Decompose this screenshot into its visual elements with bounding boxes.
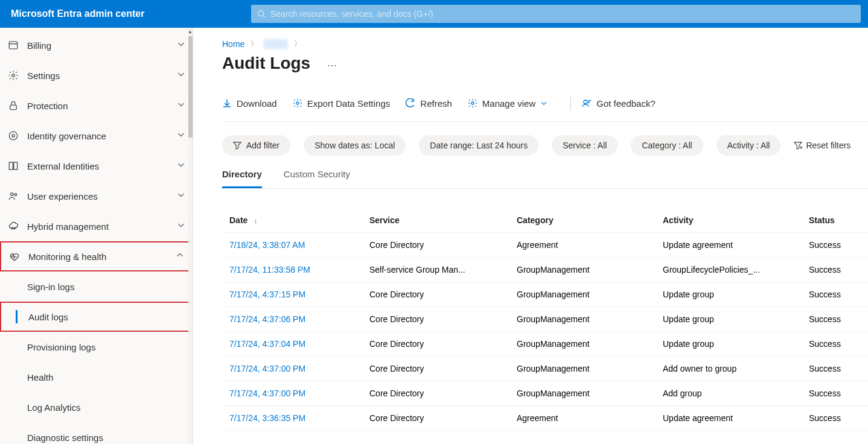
row-date-link[interactable]: 7/18/24, 3:38:07 AM (229, 240, 305, 250)
reset-filter-icon (794, 141, 802, 150)
tab-directory[interactable]: Directory (222, 169, 262, 188)
svg-point-0 (258, 11, 264, 16)
chevron-down-icon (177, 100, 185, 111)
nav-identity-governance[interactable]: Identity governance (0, 121, 193, 151)
table-row[interactable]: 7/18/24, 3:38:07 AMCore DirectoryAgreeme… (222, 233, 868, 258)
nav-label: Protection (27, 101, 177, 111)
add-filter-button[interactable]: Add filter (222, 135, 290, 156)
more-actions-button[interactable]: ⋯ (327, 60, 338, 71)
download-button[interactable]: Download (222, 98, 277, 109)
row-activity: Update agreement (663, 413, 809, 423)
row-date-link[interactable]: 7/17/24, 4:37:15 PM (229, 290, 305, 299)
nav-health[interactable]: Health (0, 362, 193, 392)
table-header-row: Date ↓ Service Category Activity Status (222, 208, 868, 233)
row-date-link[interactable]: 7/17/24, 4:37:00 PM (229, 388, 305, 398)
nav-monitoring-health[interactable]: Monitoring & health (0, 241, 193, 271)
nav-diagnostic-settings[interactable]: Diagnostic settings (0, 422, 193, 444)
breadcrumb: Home 〉 〉 (222, 39, 868, 49)
search-input[interactable] (270, 9, 855, 19)
filter-activity[interactable]: Activity : All (716, 135, 781, 156)
toolbar-separator (570, 96, 571, 110)
row-service: Core Directory (369, 364, 517, 373)
col-header-activity[interactable]: Activity (663, 215, 809, 225)
filter-service[interactable]: Service : All (552, 135, 617, 156)
chevron-up-icon (176, 251, 184, 262)
nav-label: Monitoring & health (28, 252, 176, 262)
nav-label: Identity governance (27, 131, 177, 141)
chevron-right-icon: 〉 (251, 39, 258, 49)
table-row[interactable]: 7/17/24, 4:37:00 PMCore DirectoryGroupMa… (222, 381, 868, 406)
tab-custom-security[interactable]: Custom Security (284, 169, 350, 188)
table-row[interactable]: 7/17/24, 4:37:15 PMCore DirectoryGroupMa… (222, 282, 868, 307)
row-date-link[interactable]: 7/17/24, 3:36:35 PM (229, 413, 305, 423)
gear-icon (468, 98, 477, 108)
feedback-icon (582, 98, 592, 108)
nav-user-experiences[interactable]: User experiences (0, 181, 193, 211)
svg-point-5 (9, 132, 18, 140)
row-status: Success (809, 388, 868, 398)
nav-log-analytics[interactable]: Log Analytics (0, 392, 193, 422)
row-date-link[interactable]: 7/17/24, 4:37:00 PM (229, 364, 305, 373)
sort-down-icon: ↓ (254, 217, 257, 225)
reset-filters-button[interactable]: Reset filters (794, 141, 850, 150)
table-row[interactable]: 7/17/24, 3:36:35 PMCore DirectoryAgreeme… (222, 406, 868, 431)
sidebar-scrollbar[interactable]: ▲ (188, 28, 193, 444)
col-header-status[interactable]: Status (809, 215, 868, 225)
nav-protection[interactable]: Protection (0, 90, 193, 121)
table-row[interactable]: 7/17/24, 4:37:00 PMCore DirectoryGroupMa… (222, 357, 868, 381)
svg-point-12 (471, 102, 474, 104)
breadcrumb-tenant-redacted[interactable] (264, 39, 288, 49)
chevron-down-icon (540, 98, 552, 109)
search-box[interactable] (251, 5, 861, 23)
row-activity: Update group (663, 314, 809, 324)
nav-label: Audit logs (28, 312, 184, 322)
lock-icon (7, 100, 19, 112)
table-row[interactable]: 7/17/24, 4:37:06 PMCore DirectoryGroupMa… (222, 307, 868, 332)
breadcrumb-home[interactable]: Home (222, 39, 244, 49)
refresh-label: Refresh (420, 98, 452, 109)
svg-point-9 (11, 193, 14, 196)
chevron-right-icon: 〉 (294, 39, 301, 49)
nav-label: Hybrid management (27, 221, 177, 232)
svg-rect-8 (14, 162, 18, 170)
nav-sign-in-logs[interactable]: Sign-in logs (0, 271, 193, 302)
table-row[interactable]: 7/17/24, 11:33:58 PMSelf-service Group M… (222, 258, 868, 282)
refresh-button[interactable]: Refresh (406, 98, 452, 109)
manage-view-button[interactable]: Manage view (468, 98, 552, 109)
scroll-up-arrow[interactable]: ▲ (185, 29, 193, 34)
filter-show-dates[interactable]: Show dates as: Local (304, 135, 406, 156)
nav-audit-logs[interactable]: Audit logs (0, 302, 193, 332)
nav-label: Diagnostic settings (27, 433, 185, 443)
scroll-thumb[interactable] (188, 36, 193, 138)
row-date-link[interactable]: 7/17/24, 4:37:04 PM (229, 339, 305, 349)
row-status: Success (809, 364, 868, 373)
export-label: Export Data Settings (307, 98, 391, 109)
nav-label: User experiences (27, 191, 177, 201)
row-activity: Update group (663, 339, 809, 349)
nav-settings[interactable]: Settings (0, 60, 193, 90)
row-date-link[interactable]: 7/17/24, 11:33:58 PM (229, 265, 310, 274)
feedback-button[interactable]: Got feedback? (582, 98, 656, 109)
filter-date-range[interactable]: Date range: Last 24 hours (419, 135, 538, 156)
row-activity: Update group (663, 290, 809, 299)
nav-provisioning-logs[interactable]: Provisioning logs (0, 332, 193, 362)
refresh-icon (406, 98, 415, 108)
command-bar: Download Export Data Settings Refresh Ma… (222, 96, 868, 122)
row-category: Agreement (517, 413, 663, 423)
svg-rect-7 (9, 162, 13, 170)
feedback-label: Got feedback? (596, 98, 656, 109)
row-date-link[interactable]: 7/17/24, 4:37:06 PM (229, 314, 305, 324)
table-row[interactable]: 7/17/24, 4:37:04 PMCore DirectoryGroupMa… (222, 332, 868, 357)
col-header-category[interactable]: Category (517, 215, 663, 225)
row-category: GroupManagement (517, 388, 663, 398)
nav-billing[interactable]: Billing (0, 30, 193, 60)
nav-hybrid-management[interactable]: Hybrid management (0, 211, 193, 241)
row-service: Core Directory (369, 388, 517, 398)
filter-category[interactable]: Category : All (631, 135, 703, 156)
export-data-settings-button[interactable]: Export Data Settings (293, 98, 391, 109)
col-header-service[interactable]: Service (369, 215, 517, 225)
col-header-date[interactable]: Date ↓ (222, 215, 369, 225)
svg-rect-4 (10, 105, 17, 110)
nav-external-identities[interactable]: External Identities (0, 151, 193, 181)
chevron-down-icon (177, 130, 185, 141)
